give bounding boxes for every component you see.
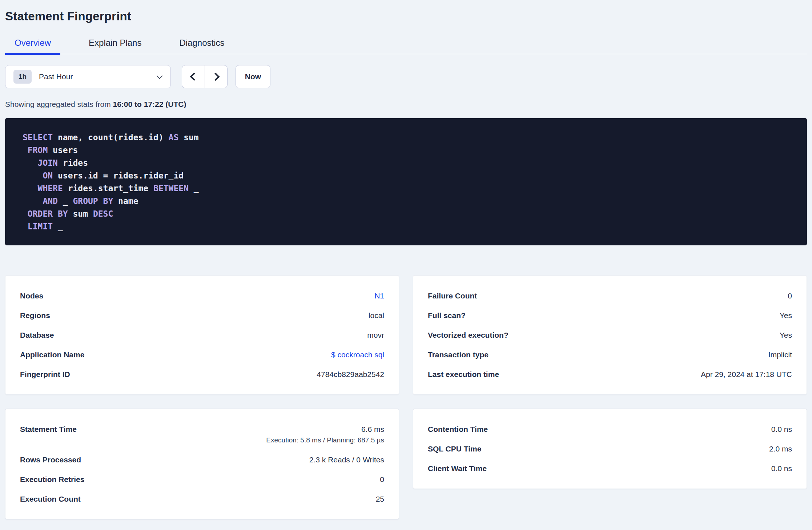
tab-overview[interactable]: Overview [5,38,60,55]
row-value-group: 0.0 ns [771,464,792,473]
sql-text: rides.start_time [63,184,153,193]
row-value-group: 0.0 ns [771,425,792,434]
sql-keyword: JOIN [38,158,58,168]
next-range-button[interactable] [205,65,228,88]
row-subvalue: Execution: 5.8 ms / Planning: 687.5 µs [266,436,384,445]
now-button[interactable]: Now [236,65,270,88]
detail-row: Vectorized execution?Yes [428,325,792,345]
sql-keyword: LIMIT [28,222,53,231]
row-label: Database [20,330,54,340]
statement-fingerprint-page: Statement Fingerprint Overview Explain P… [0,0,812,519]
row-value-group: movr [367,330,384,340]
time-controls: 1h Past Hour Now [5,65,807,88]
execution-attributes-panel: Failure Count0Full scan?YesVectorized ex… [413,275,807,395]
detail-row: Databasemovr [20,325,384,345]
row-value-group: 6.6 msExecution: 5.8 ms / Planning: 687.… [266,425,384,445]
sql-keyword: FROM [28,145,48,155]
detail-row: NodesN1 [20,286,384,306]
sql-line: ON users.id = rides.rider_id [23,169,789,182]
row-label: Regions [20,311,50,320]
tab-diagnostics[interactable]: Diagnostics [170,38,234,55]
sql-line: LIMIT _ [23,220,789,233]
stats-row: Statement Time6.6 msExecution: 5.8 ms / … [5,409,807,519]
sql-keyword: DESC [93,209,113,218]
row-label: Execution Retries [20,475,84,484]
aggregated-stats-prefix: Showing aggregated stats from [5,100,111,108]
aggregated-stats-line: Showing aggregated stats from 16:00 to 1… [5,100,807,109]
row-value: 2.0 ms [769,444,792,453]
detail-row: Last execution timeApr 29, 2024 at 17:18… [428,365,792,384]
sql-line: AND _ GROUP BY name [23,195,789,208]
row-value-group: Yes [780,330,792,340]
row-label: Nodes [20,291,43,300]
sql-line: ORDER BY sum DESC [23,208,789,220]
detail-row: Fingerprint ID4784cb829aab2542 [20,365,384,384]
row-label: Fingerprint ID [20,370,70,379]
row-label: Execution Count [20,494,81,503]
range-duration-badge: 1h [13,70,32,84]
detail-row: Contention Time0.0 ns [428,419,792,439]
tab-explain-plans[interactable]: Explain Plans [79,38,151,55]
row-label: Last execution time [428,370,499,379]
chevron-down-icon [157,73,163,79]
detail-row: Execution Count25 [20,489,384,509]
sql-keyword: BETWEEN [153,184,189,193]
row-value: 2.3 k Reads / 0 Writes [309,455,384,464]
row-label: Contention Time [428,425,488,434]
sql-text [23,196,43,206]
row-value-group: 4784cb829aab2542 [317,370,384,379]
tab-overview-label: Overview [15,38,51,48]
row-value-group: $ cockroach sql [331,350,384,359]
detail-row: Statement Time6.6 msExecution: 5.8 ms / … [20,419,384,450]
range-step-buttons [182,65,228,88]
row-value-link[interactable]: N1 [374,291,384,300]
row-value-group: 2.3 k Reads / 0 Writes [309,455,384,464]
row-label: Application Name [20,350,84,359]
row-value-link[interactable]: $ cockroach sql [331,350,384,359]
row-value-group: Yes [780,311,792,320]
row-value-group: Apr 29, 2024 at 17:18 UTC [701,370,792,379]
row-value: Apr 29, 2024 at 17:18 UTC [701,370,792,379]
prev-range-button[interactable] [182,65,205,88]
row-value-group: N1 [374,291,384,300]
detail-row: Failure Count0 [428,286,792,306]
sql-text [23,184,38,193]
sql-keyword: AND [43,196,58,206]
detail-row: Transaction typeImplicit [428,345,792,365]
row-value: local [369,311,384,320]
tab-bar: Overview Explain Plans Diagnostics [5,38,807,54]
sql-line: WHERE rides.start_time BETWEEN _ [23,182,789,195]
sql-text: _ [53,222,63,231]
row-value-group: local [369,311,384,320]
sql-text: users [48,145,78,155]
detail-row: Application Name$ cockroach sql [20,345,384,365]
tab-diagnostics-label: Diagnostics [179,38,224,48]
row-label: Vectorized execution? [428,330,508,340]
time-range-select[interactable]: 1h Past Hour [5,65,171,88]
sql-line: FROM users [23,144,789,157]
sql-text [23,145,28,155]
detail-row: Regionslocal [20,306,384,325]
statement-stats-panel: Statement Time6.6 msExecution: 5.8 ms / … [5,409,399,519]
sql-text: name, count(rides.id) [53,133,169,142]
sql-line: SELECT name, count(rides.id) AS sum [23,131,789,144]
row-value: movr [367,330,384,340]
row-value-group: 25 [376,494,384,503]
details-row: NodesN1RegionslocalDatabasemovrApplicati… [5,275,807,395]
sql-keyword: WHERE [38,184,63,193]
sql-text: rides [58,158,88,168]
row-label: Statement Time [20,425,77,434]
row-value-group: 0 [380,475,384,484]
row-value: Yes [780,330,792,340]
statement-details-panel: NodesN1RegionslocalDatabasemovrApplicati… [5,275,399,395]
row-label: Rows Processed [20,455,81,464]
aggregated-stats-range: 16:00 to 17:22 (UTC) [113,100,186,108]
row-value: 25 [376,494,384,503]
chevron-right-icon [211,73,220,81]
sql-text [23,171,43,180]
row-label: Full scan? [428,311,466,320]
row-label: Client Wait Time [428,464,487,473]
detail-row: SQL CPU Time2.0 ms [428,439,792,459]
row-value-group: Implicit [768,350,792,359]
row-value: 0.0 ns [771,464,792,473]
